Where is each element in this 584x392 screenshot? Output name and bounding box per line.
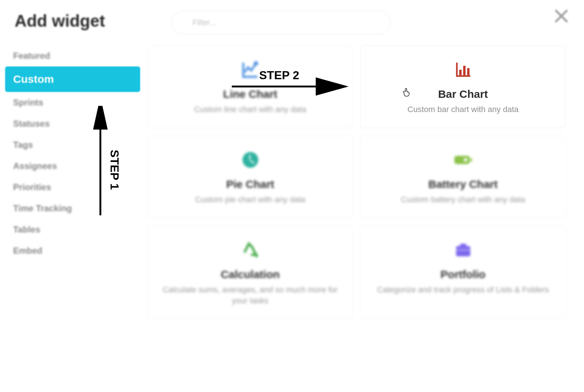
search-wrap — [172, 11, 391, 34]
svg-rect-12 — [456, 246, 470, 256]
widget-card-pie-chart[interactable]: Pie ChartCustom pie chart with any data — [147, 135, 353, 218]
svg-rect-7 — [467, 68, 469, 76]
svg-rect-5 — [459, 70, 462, 75]
sidebar-item-time-tracking[interactable]: Time Tracking — [5, 198, 140, 219]
body: FeaturedCustomSprintsStatusesTagsAssigne… — [0, 38, 584, 319]
svg-point-10 — [464, 158, 467, 162]
widget-card-desc: Custom pie chart with any data — [158, 194, 342, 205]
sidebar-item-embed[interactable]: Embed — [5, 240, 140, 261]
sidebar-item-custom[interactable]: Custom — [5, 66, 140, 92]
widget-card-title: Bar Chart — [371, 88, 555, 100]
calc-icon — [158, 240, 342, 260]
filter-input[interactable] — [172, 11, 391, 34]
portfolio-icon — [371, 240, 555, 260]
sidebar-item-tags[interactable]: Tags — [5, 134, 140, 155]
widget-card-desc: Custom line chart with any data — [158, 104, 342, 115]
widget-card-desc: Categorize and track progress of Lists &… — [371, 284, 555, 296]
widget-card-calculation[interactable]: CalculationCalculate sums, averages, and… — [147, 226, 353, 320]
widget-card-title: Portfolio — [371, 268, 555, 281]
sidebar: FeaturedCustomSprintsStatusesTagsAssigne… — [5, 45, 140, 319]
widget-card-title: Calculation — [158, 268, 342, 281]
sidebar-item-priorities[interactable]: Priorities — [5, 177, 140, 198]
sidebar-item-assignees[interactable]: Assignees — [5, 155, 140, 177]
widget-card-title: Battery Chart — [371, 178, 555, 191]
battery-icon — [371, 150, 555, 170]
widget-card-portfolio[interactable]: PortfolioCategorize and track progress o… — [360, 226, 566, 320]
bar-chart-icon — [371, 59, 555, 80]
sidebar-item-statuses[interactable]: Statuses — [5, 113, 140, 134]
widget-grid: Line ChartCustom line chart with any dat… — [147, 45, 569, 319]
page-title: Add widget — [15, 11, 105, 31]
svg-rect-8 — [454, 155, 469, 164]
widget-card-bar-chart[interactable]: Bar ChartCustom bar chart with any data — [360, 45, 566, 128]
widget-card-title: Pie Chart — [158, 178, 342, 191]
svg-point-4 — [254, 62, 257, 65]
svg-rect-6 — [463, 66, 466, 75]
sidebar-item-featured[interactable]: Featured — [5, 45, 140, 66]
close-button[interactable] — [553, 8, 569, 24]
line-chart-icon — [158, 59, 342, 80]
header: Add widget — [0, 0, 584, 38]
widget-card-desc: Custom bar chart with any data — [371, 104, 555, 115]
sidebar-item-tables[interactable]: Tables — [5, 219, 140, 240]
widget-card-desc: Custom battery chart with any data — [371, 194, 555, 205]
cursor-pointer-icon — [402, 87, 412, 97]
sidebar-item-sprints[interactable]: Sprints — [5, 92, 140, 113]
svg-rect-13 — [456, 249, 470, 250]
widget-card-battery-chart[interactable]: Battery ChartCustom battery chart with a… — [360, 135, 566, 218]
svg-rect-9 — [470, 158, 472, 162]
widget-card-line-chart[interactable]: Line ChartCustom line chart with any dat… — [147, 45, 353, 128]
pie-chart-icon — [158, 150, 342, 170]
widget-card-title: Line Chart — [158, 88, 342, 100]
widget-card-desc: Calculate sums, averages, and so much mo… — [158, 284, 342, 307]
